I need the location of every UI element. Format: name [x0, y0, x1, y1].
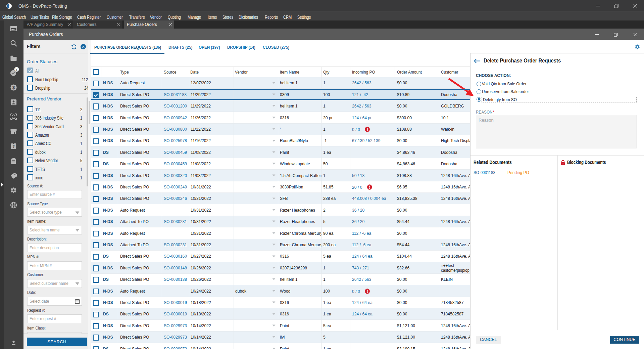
svg-text:?: ?: [12, 144, 15, 148]
svg-text:$: $: [12, 85, 15, 90]
